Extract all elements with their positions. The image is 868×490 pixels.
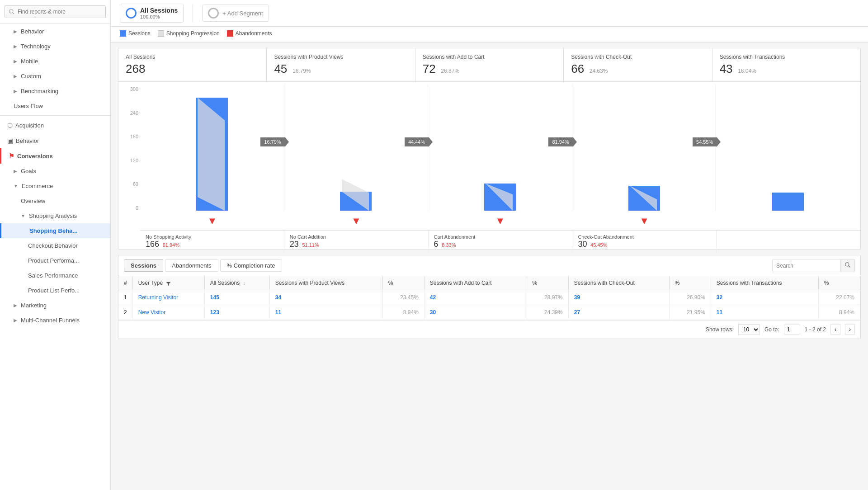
tab-completion-rate[interactable]: % Completion rate [220,259,282,272]
col-label-add-cart: Sessions with Add to Cart [430,280,492,286]
sidebar-item-custom[interactable]: ▶ Custom [0,69,110,84]
abandon-title: No Shopping Activity [146,234,278,240]
sidebar-item-benchmarking[interactable]: ▶ Benchmarking [0,84,110,99]
tab-sessions[interactable]: Sessions [124,259,163,272]
sidebar-item-marketing[interactable]: ▶ Marketing [0,298,110,313]
table-header-row: # User Type All Sessions ↓ Sessions with… [118,276,860,290]
abandon-cart: Cart Abandonment 6 8.33% [429,231,573,253]
metric-pct: 16.04% [738,68,756,74]
main-content: All Sessions 100.00% + Add Segment Sessi… [111,0,868,490]
row2-num: 2 [118,305,132,320]
sidebar-item-acquisition[interactable]: ⬡ Acquisition [0,118,110,133]
row1-ac-pct: 28.97% [527,290,568,305]
sidebar-item-label: Product List Perfo... [28,287,80,294]
table-search-button[interactable] [840,259,854,272]
row2-type[interactable]: New Visitor [132,305,204,320]
sidebar-item-behavior-sub[interactable]: ▶ Behavior [0,24,110,39]
sidebar-item-sales-performance[interactable]: Sales Performance [0,268,110,283]
y-label-300: 300 [130,86,138,92]
table-footer: Show rows: 10 25 50 Go to: 1 - 2 of 2 ‹ … [118,320,860,339]
goto-input[interactable] [784,325,800,335]
sidebar-item-label: Users Flow [14,103,43,109]
sidebar-item-users-flow[interactable]: Users Flow [0,99,110,113]
sidebar-item-overview[interactable]: Overview [0,193,110,208]
page-info: 1 - 2 of 2 [805,326,826,333]
funnel-progression-3 [486,84,572,211]
sidebar-item-ecommerce[interactable]: ▼ Ecommerce [0,179,110,193]
table-search-input[interactable] [773,260,840,271]
chart-section: All Sessions 268 Sessions with Product V… [118,48,861,250]
sidebar-item-behavior[interactable]: ▣ Behavior [0,133,110,148]
segments-bar: All Sessions 100.00% + Add Segment [111,0,868,27]
metric-value: 72 [423,62,436,76]
add-segment-label: + Add Segment [222,10,263,17]
legend-abandonments-label: Abandonments [236,30,272,37]
metric-pct: 16.79% [292,68,311,74]
prev-page-button[interactable]: ‹ [830,325,840,335]
segment-all-sessions[interactable]: All Sessions 100.00% [120,4,184,23]
sidebar-item-technology[interactable]: ▶ Technology [0,39,110,54]
col-label-ac-pct: % [533,280,538,286]
drop-arrow-3: ▼ [428,213,572,229]
metric-title: Sessions with Add to Cart [423,54,556,60]
sidebar-item-conversions[interactable]: ⚑ Conversions [0,148,110,164]
funnel-col-4: 54.55% [572,84,717,211]
down-arrow-icon-4: ▼ [639,216,649,226]
svg-marker-1 [342,179,369,211]
sidebar-item-product-list[interactable]: Product List Perfo... [0,283,110,298]
sidebar-item-multi-channel[interactable]: ▶ Multi-Channel Funnels [0,313,110,328]
abandon-pct: 51.11% [302,242,319,248]
svg-line-5 [849,266,850,268]
row2-product-views: 11 [269,305,382,320]
search-input[interactable] [5,5,106,18]
funnel-col-1: 16.79% [140,84,284,211]
segment-circle-gray-icon [208,8,219,19]
sidebar-item-label: Behavior [16,137,39,144]
row1-type[interactable]: Returning Visitor [132,290,204,305]
metric-pct: 26.87% [441,68,459,74]
legend-progression-icon [158,30,164,37]
y-label-60: 60 [133,181,138,187]
legend-bar: Sessions Shopping Progression Abandonmen… [111,27,868,42]
abandon-value: 23 [290,240,299,249]
row2-add-cart: 30 [424,305,527,320]
sidebar-item-product-performance[interactable]: Product Performa... [0,253,110,268]
add-segment-button[interactable]: + Add Segment [202,5,269,22]
row1-t-pct: 22.07% [818,290,860,305]
next-page-button[interactable]: › [845,325,855,335]
segment-circle-icon [126,8,137,19]
col-header-all-sessions[interactable]: All Sessions ↓ [204,276,269,290]
sidebar-item-label: Mobile [21,58,38,65]
metric-value: 45 [274,62,287,76]
y-label-0: 0 [136,205,138,211]
sidebar-item-shopping-behavior[interactable]: Shopping Beha... [0,223,110,238]
flag-icon: ⚑ [9,152,14,160]
svg-marker-2 [486,184,513,211]
chevron-right-icon: ▶ [14,29,17,34]
sidebar-item-goals[interactable]: ▶ Goals [0,164,110,179]
funnel-col-2: 44.44% [284,84,429,211]
sidebar-item-mobile[interactable]: ▶ Mobile [0,54,110,69]
sidebar-item-checkout-behavior[interactable]: Checkout Behavior [0,238,110,253]
tab-abandonments[interactable]: Abandonments [165,259,218,272]
row1-all: 145 [204,290,269,305]
col-header-user-type[interactable]: User Type [132,276,204,290]
row2-co-pct: 21.95% [669,305,711,320]
sidebar-item-shopping-analysis[interactable]: ▼ Shopping Analysis [0,208,110,223]
chevron-right-icon: ▶ [14,74,17,79]
abandon-empty [717,231,860,253]
abandon-title: Cart Abandonment [434,234,567,240]
chevron-right-icon: ▶ [14,318,17,323]
sidebar-item-label: Overview [21,198,45,204]
show-rows-label: Show rows: [706,326,734,333]
search-icon [844,262,851,268]
metric-product-views: Sessions with Product Views 45 16.79% [267,48,415,81]
rows-select[interactable]: 10 25 50 [738,324,760,335]
acquisition-icon: ⬡ [7,122,13,129]
abandonment-row: No Shopping Activity 166 61.94% No Cart … [140,230,860,253]
funnel-col-5 [716,84,860,211]
metric-transactions: Sessions with Transactions 43 16.04% [712,48,860,81]
row1-checkout: 39 [568,290,669,305]
down-arrow-icon-3: ▼ [495,216,505,226]
sidebar-item-label: Behavior [21,28,44,35]
